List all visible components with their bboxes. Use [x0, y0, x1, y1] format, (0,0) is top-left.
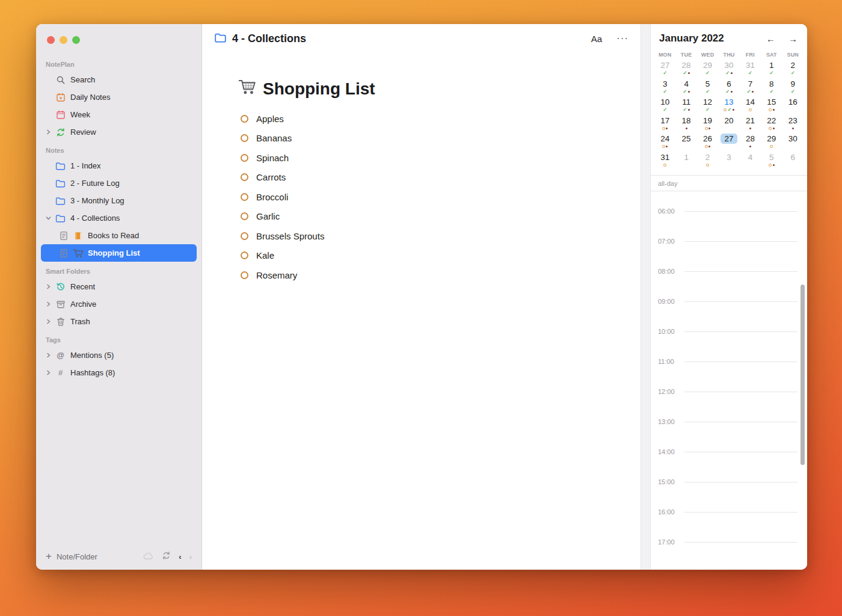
previous-month-button[interactable]: ←: [766, 34, 775, 44]
chevron-right-icon[interactable]: [46, 129, 55, 135]
todo-label[interactable]: Brussels Sprouts: [256, 231, 324, 241]
calendar-day-27[interactable]: 27: [718, 134, 739, 152]
chevron-right-icon[interactable]: [46, 301, 55, 307]
sidebar-item-mentions-5[interactable]: @Mentions (5): [36, 346, 201, 364]
sidebar-item-4-collections[interactable]: 4 - Collections: [36, 209, 201, 227]
todo-label[interactable]: Bananas: [256, 133, 292, 143]
timeline-slot-0700[interactable]: 07:00: [651, 238, 807, 268]
timeline-slot-1300[interactable]: 13:00: [651, 418, 807, 448]
calendar-day-4[interactable]: 4✓: [675, 79, 696, 97]
calendar-day-17[interactable]: 17: [654, 116, 675, 134]
calendar-day-12[interactable]: 12✓: [697, 97, 718, 116]
todo-label[interactable]: Rosemary: [256, 270, 297, 280]
todo-label[interactable]: Broccoli: [256, 192, 288, 202]
todo-checkbox[interactable]: [241, 271, 248, 279]
sidebar-item-daily-notes[interactable]: Daily Notes: [36, 88, 201, 106]
calendar-day-10[interactable]: 10✓: [654, 97, 675, 116]
chevron-right-icon[interactable]: [46, 284, 55, 289]
calendar-day-2[interactable]: 2: [697, 152, 718, 171]
calendar-day-4[interactable]: 4: [740, 152, 761, 171]
sidebar-item-recent[interactable]: Recent: [36, 278, 201, 295]
calendar-day-8[interactable]: 8✓: [761, 79, 782, 97]
close-window-button[interactable]: [47, 36, 55, 44]
calendar-day-28[interactable]: 28✓: [675, 60, 696, 79]
timeline-slot-0600[interactable]: 06:00: [651, 208, 807, 238]
sidebar-item-search[interactable]: Search: [36, 71, 201, 88]
calendar-day-14[interactable]: 14: [740, 97, 761, 116]
calendar-day-27[interactable]: 27✓: [654, 60, 675, 79]
refresh-icon[interactable]: [162, 551, 171, 562]
todo-label[interactable]: Spinach: [256, 153, 289, 163]
next-month-button[interactable]: →: [788, 34, 797, 44]
calendar-day-13[interactable]: 13✓: [718, 97, 739, 116]
calendar-day-2[interactable]: 2✓: [782, 60, 804, 79]
timeline-slot-0800[interactable]: 08:00: [651, 268, 807, 298]
sidebar-item-2-future-log[interactable]: 2 - Future Log: [36, 174, 201, 192]
zoom-window-button[interactable]: [72, 36, 80, 44]
sidebar-item-3-monthly-log[interactable]: 3 - Monthly Log: [36, 192, 201, 209]
navigate-back-button[interactable]: ‹: [179, 552, 181, 561]
sidebar-item-shopping-list[interactable]: Shopping List: [41, 244, 197, 262]
todo-checkbox[interactable]: [241, 154, 248, 162]
todo-checkbox[interactable]: [241, 115, 248, 123]
todo-label[interactable]: Apples: [256, 114, 284, 124]
calendar-day-9[interactable]: 9✓: [782, 79, 804, 97]
chevron-right-icon[interactable]: [46, 319, 55, 324]
calendar-day-15[interactable]: 15: [761, 97, 782, 116]
timeline-slot-1500[interactable]: 15:00: [651, 478, 807, 508]
calendar-day-16[interactable]: 16: [782, 97, 804, 116]
format-button[interactable]: Aa: [591, 34, 602, 44]
todo-checkbox[interactable]: [241, 173, 248, 181]
calendar-day-1[interactable]: 1: [675, 152, 696, 171]
calendar-day-23[interactable]: 23: [782, 116, 804, 134]
timeline-slot-1000[interactable]: 10:00: [651, 328, 807, 358]
sidebar-item-archive[interactable]: Archive: [36, 295, 201, 313]
timeline-slot-1100[interactable]: 11:00: [651, 358, 807, 388]
pane-divider[interactable]: [641, 24, 651, 570]
calendar-day-1[interactable]: 1✓: [761, 60, 782, 79]
chevron-down-icon[interactable]: [46, 215, 55, 221]
sidebar-item-1-index[interactable]: 1 - Index: [36, 157, 201, 174]
new-note-folder-button[interactable]: Note/Folder: [57, 552, 97, 561]
timeline-slot-1200[interactable]: 12:00: [651, 388, 807, 418]
todo-checkbox[interactable]: [241, 134, 248, 142]
calendar-day-7[interactable]: 7✓: [740, 79, 761, 97]
chevron-right-icon[interactable]: [46, 370, 55, 375]
sidebar-item-books-to-read[interactable]: Books to Read: [36, 227, 201, 244]
calendar-day-6[interactable]: 6: [782, 152, 804, 171]
sidebar-item-week[interactable]: Week: [36, 106, 201, 123]
calendar-day-20[interactable]: 20: [718, 116, 739, 134]
timeline-slot-1700[interactable]: 17:00: [651, 538, 807, 568]
todo-checkbox[interactable]: [241, 193, 248, 201]
calendar-day-11[interactable]: 11✓: [675, 97, 696, 116]
calendar-day-31[interactable]: 31: [654, 152, 675, 171]
more-options-button[interactable]: ···: [616, 35, 628, 42]
calendar-day-6[interactable]: 6✓: [718, 79, 739, 97]
calendar-day-18[interactable]: 18: [675, 116, 696, 134]
timeline-slot-0900[interactable]: 09:00: [651, 298, 807, 328]
navigate-forward-button[interactable]: ›: [189, 552, 192, 561]
chevron-right-icon[interactable]: [46, 353, 55, 358]
calendar-day-5[interactable]: 5: [761, 152, 782, 171]
calendar-day-26[interactable]: 26: [697, 134, 718, 152]
calendar-day-29[interactable]: 29: [761, 134, 782, 152]
calendar-day-19[interactable]: 19: [697, 116, 718, 134]
calendar-day-28[interactable]: 28: [740, 134, 761, 152]
timeline-scrollbar[interactable]: [801, 285, 805, 465]
todo-checkbox[interactable]: [241, 212, 248, 220]
minimize-window-button[interactable]: [60, 36, 67, 44]
timeline-slot-1400[interactable]: 14:00: [651, 448, 807, 478]
calendar-day-21[interactable]: 21: [740, 116, 761, 134]
sidebar-item-review[interactable]: Review: [36, 123, 201, 141]
calendar-day-24[interactable]: 24: [654, 134, 675, 152]
calendar-day-3[interactable]: 3✓: [654, 79, 675, 97]
calendar-day-22[interactable]: 22: [761, 116, 782, 134]
calendar-day-31[interactable]: 31✓: [740, 60, 761, 79]
todo-label[interactable]: Garlic: [256, 211, 280, 221]
todo-checkbox[interactable]: [241, 251, 248, 259]
todo-checkbox[interactable]: [241, 232, 248, 240]
timeline-slot-1600[interactable]: 16:00: [651, 508, 807, 538]
sidebar-item-hashtags-8[interactable]: #Hashtags (8): [36, 364, 201, 381]
calendar-day-25[interactable]: 25: [675, 134, 696, 152]
calendar-day-3[interactable]: 3: [718, 152, 739, 171]
